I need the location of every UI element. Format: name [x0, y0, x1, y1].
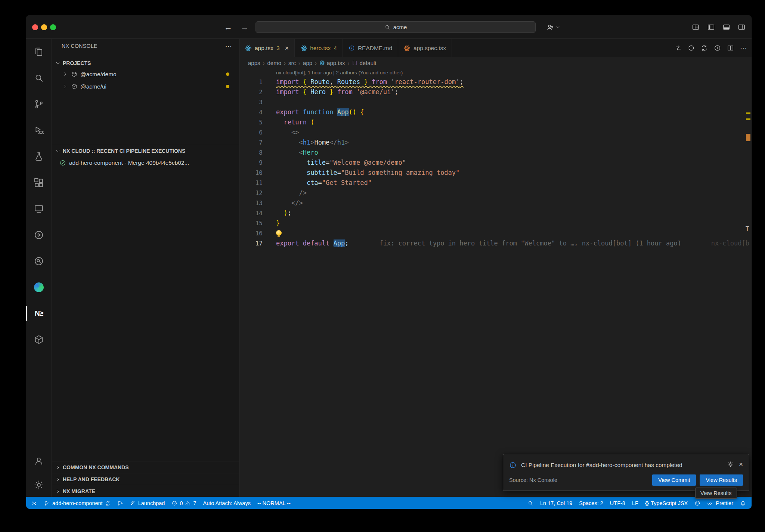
toggle-panel-icon[interactable]	[722, 23, 730, 31]
auto-attach-status[interactable]: Auto Attach: Always	[200, 497, 254, 509]
line-number[interactable]: 10	[239, 168, 263, 178]
code-line[interactable]: 13 </>	[239, 198, 752, 208]
more-actions-icon[interactable]: ⋯	[740, 44, 747, 52]
customize-layout-icon[interactable]	[692, 23, 700, 31]
code-line[interactable]: 5 return (	[239, 117, 752, 127]
problems-status[interactable]: 0 7	[168, 497, 199, 509]
line-number[interactable]: 14	[239, 208, 263, 218]
sidebar-item-search[interactable]	[26, 65, 52, 91]
lightbulb-icon[interactable]	[276, 230, 282, 236]
sidebar-item-testing[interactable]	[26, 143, 52, 170]
tab-app-spec-tsx[interactable]: app.spec.tsx	[398, 39, 452, 57]
code-line[interactable]: 14 );	[239, 208, 752, 218]
line-number[interactable]: 1	[239, 77, 263, 87]
code-line[interactable]: 1import { Route, Routes } from 'react-ro…	[239, 77, 752, 87]
close-icon[interactable]: ×	[739, 461, 743, 468]
nx-cloud-section-header[interactable]: NX CLOUD :: RECENT CI PIPELINE EXECUTION…	[52, 145, 239, 157]
code-line[interactable]: 9 title="Welcome @acme/demo"	[239, 158, 752, 168]
line-number[interactable]: 4	[239, 107, 263, 117]
run-target-icon[interactable]	[714, 44, 721, 52]
breadcrumb-item[interactable]: apps	[248, 60, 260, 66]
minimize-window-button[interactable]	[41, 24, 47, 30]
close-window-button[interactable]	[32, 24, 38, 30]
zoom-window-button[interactable]	[50, 24, 56, 30]
timeline-icon[interactable]	[688, 44, 695, 52]
sidebar-item-nx-console[interactable]: N≥	[26, 300, 52, 327]
sidebar-item-settings[interactable]	[26, 473, 52, 497]
code-line[interactable]: 2import { Hero } from '@acme/ui';	[239, 87, 752, 97]
code-line[interactable]: 8 <Hero	[239, 148, 752, 158]
nx-migrate-header[interactable]: NX MIGRATE	[52, 485, 239, 497]
commit-graph-status[interactable]	[114, 497, 127, 509]
sidebar-item-package[interactable]	[26, 327, 52, 353]
sidebar-item-run-circle[interactable]	[26, 222, 52, 248]
code-area[interactable]: 1import { Route, Routes } from 'react-ro…	[239, 77, 752, 497]
breadcrumb-item[interactable]: demo	[267, 60, 282, 66]
sidebar-item-explorer[interactable]	[26, 39, 52, 65]
accounts-menu[interactable]	[546, 15, 560, 39]
help-and-feedback-header[interactable]: HELP AND FEEDBACK	[52, 473, 239, 485]
line-number[interactable]: 13	[239, 198, 263, 208]
sidebar-item-edge-browser[interactable]	[26, 274, 52, 300]
code-line[interactable]: 16	[239, 228, 752, 238]
open-changes-icon[interactable]	[675, 44, 682, 52]
sidebar-item-code-inspect[interactable]	[26, 248, 52, 274]
notifications-status[interactable]	[737, 497, 749, 509]
view-commit-button[interactable]: View Commit	[652, 474, 696, 486]
line-number[interactable]: 2	[239, 87, 263, 97]
line-number[interactable]: 6	[239, 127, 263, 137]
code-line[interactable]: 12 />	[239, 188, 752, 198]
sidebar-item-remote-explorer[interactable]	[26, 196, 52, 222]
line-number[interactable]: 7	[239, 137, 263, 148]
toggle-sidebar-left-icon[interactable]	[707, 23, 715, 31]
code-line[interactable]: 11 cta="Get Started"	[239, 178, 752, 188]
common-nx-commands-header[interactable]: COMMON NX COMMANDS	[52, 461, 239, 473]
ci-pipeline-item[interactable]: add-hero-component - Merge 409b44e5cb02.…	[52, 157, 239, 169]
eol-status[interactable]: LF	[629, 497, 642, 509]
launchpad-status[interactable]: Launchpad	[127, 497, 168, 509]
tab-app-tsx[interactable]: app.tsx 3 ×	[239, 39, 295, 57]
line-number[interactable]: 9	[239, 158, 263, 168]
project-item-acme-ui[interactable]: @acme/ui	[52, 80, 239, 93]
sidebar-item-extensions[interactable]	[26, 170, 52, 196]
line-number[interactable]: 3	[239, 97, 263, 107]
code-line[interactable]: 17export default App; fix: correct typo …	[239, 238, 752, 248]
sync-file-icon[interactable]	[701, 44, 708, 52]
line-number[interactable]: 17	[239, 238, 263, 248]
breadcrumb-item[interactable]: default	[352, 60, 376, 66]
command-center-search[interactable]: acme	[255, 21, 536, 33]
sidebar-item-source-control[interactable]	[26, 91, 52, 117]
remote-indicator[interactable]	[28, 497, 41, 509]
projects-section-header[interactable]: PROJECTS	[52, 58, 239, 68]
indentation-status[interactable]: Spaces: 2	[576, 497, 607, 509]
notification-settings-gear-icon[interactable]	[727, 461, 734, 467]
line-number[interactable]: 12	[239, 188, 263, 198]
line-number[interactable]: 5	[239, 117, 263, 127]
forward-icon[interactable]: →	[241, 22, 249, 32]
breadcrumb-item[interactable]: src	[288, 60, 296, 66]
vim-mode-status[interactable]: -- NORMAL --	[254, 497, 294, 509]
code-line[interactable]: 15}	[239, 218, 752, 228]
cursor-position-status[interactable]: Ln 17, Col 19	[537, 497, 576, 509]
breadcrumb-item[interactable]: app	[303, 60, 312, 66]
tab-readme-md[interactable]: README.md	[343, 39, 398, 57]
breadcrumb-item[interactable]: app.tsx	[319, 60, 345, 66]
line-number[interactable]: 11	[239, 178, 263, 188]
line-number[interactable]: 15	[239, 218, 263, 228]
language-mode-status[interactable]: {} TypeScript JSX	[642, 497, 691, 509]
toggle-sidebar-right-icon[interactable]	[738, 23, 746, 31]
close-icon[interactable]: ×	[285, 45, 289, 52]
project-item-acme-demo[interactable]: @acme/demo	[52, 68, 239, 80]
code-line[interactable]: 6 <>	[239, 127, 752, 137]
more-actions-icon[interactable]: ⋯	[225, 42, 232, 50]
encoding-status[interactable]: UTF-8	[607, 497, 629, 509]
view-results-button[interactable]: View Results	[700, 474, 743, 486]
git-branch-status[interactable]: add-hero-component	[41, 497, 114, 509]
code-line[interactable]: 4export function App() {	[239, 107, 752, 117]
code-line[interactable]: 3	[239, 97, 752, 107]
back-icon[interactable]: ←	[224, 22, 232, 32]
sidebar-item-run-debug[interactable]	[26, 117, 52, 143]
line-number[interactable]: 8	[239, 148, 263, 158]
code-line[interactable]: 7 <h1>Home</h1>	[239, 137, 752, 148]
split-editor-icon[interactable]	[727, 44, 734, 52]
